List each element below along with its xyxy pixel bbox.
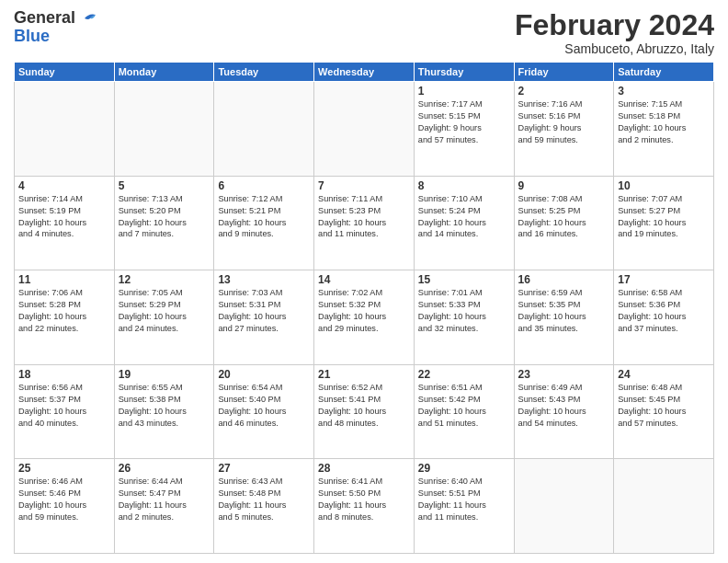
day-number: 23 xyxy=(518,368,610,381)
calendar-header-thursday: Thursday xyxy=(414,63,514,82)
calendar-week-2: 4Sunrise: 7:14 AM Sunset: 5:19 PM Daylig… xyxy=(15,176,714,270)
day-number: 8 xyxy=(418,179,510,192)
calendar-week-4: 18Sunrise: 6:56 AM Sunset: 5:37 PM Dayli… xyxy=(15,364,714,459)
calendar-cell: 9Sunrise: 7:08 AM Sunset: 5:25 PM Daylig… xyxy=(514,176,614,270)
calendar-cell: 4Sunrise: 7:14 AM Sunset: 5:19 PM Daylig… xyxy=(15,176,115,270)
calendar-cell: 8Sunrise: 7:10 AM Sunset: 5:24 PM Daylig… xyxy=(414,176,514,270)
calendar-cell: 25Sunrise: 6:46 AM Sunset: 5:46 PM Dayli… xyxy=(15,459,115,554)
day-number: 6 xyxy=(218,179,310,192)
day-info: Sunrise: 7:14 AM Sunset: 5:19 PM Dayligh… xyxy=(18,193,110,241)
day-info: Sunrise: 6:58 AM Sunset: 5:36 PM Dayligh… xyxy=(618,287,710,335)
logo-bird-icon xyxy=(75,11,96,26)
calendar-cell xyxy=(214,82,314,177)
calendar-cell: 2Sunrise: 7:16 AM Sunset: 5:16 PM Daylig… xyxy=(514,82,614,177)
day-info: Sunrise: 6:56 AM Sunset: 5:37 PM Dayligh… xyxy=(18,382,110,430)
day-info: Sunrise: 7:01 AM Sunset: 5:33 PM Dayligh… xyxy=(418,287,510,335)
day-info: Sunrise: 7:17 AM Sunset: 5:15 PM Dayligh… xyxy=(418,98,510,146)
day-info: Sunrise: 6:44 AM Sunset: 5:47 PM Dayligh… xyxy=(119,476,210,523)
calendar-cell: 16Sunrise: 6:59 AM Sunset: 5:35 PM Dayli… xyxy=(514,270,614,365)
calendar-cell: 20Sunrise: 6:54 AM Sunset: 5:40 PM Dayli… xyxy=(214,364,314,459)
calendar-cell: 22Sunrise: 6:51 AM Sunset: 5:42 PM Dayli… xyxy=(414,364,514,459)
page: General Blue February 2024 Sambuceto, Ab… xyxy=(0,0,728,563)
logo: General Blue xyxy=(14,9,96,46)
day-number: 20 xyxy=(218,368,310,381)
calendar-cell xyxy=(514,459,614,554)
day-info: Sunrise: 6:52 AM Sunset: 5:41 PM Dayligh… xyxy=(318,382,410,430)
calendar-header-wednesday: Wednesday xyxy=(314,63,415,82)
calendar-cell: 17Sunrise: 6:58 AM Sunset: 5:36 PM Dayli… xyxy=(614,270,714,365)
calendar-cell: 12Sunrise: 7:05 AM Sunset: 5:29 PM Dayli… xyxy=(114,270,214,365)
month-title: February 2024 xyxy=(515,9,714,41)
day-info: Sunrise: 6:41 AM Sunset: 5:50 PM Dayligh… xyxy=(318,476,410,523)
calendar-header-saturday: Saturday xyxy=(614,63,714,82)
calendar-cell: 14Sunrise: 7:02 AM Sunset: 5:32 PM Dayli… xyxy=(314,270,415,365)
title-area: February 2024 Sambuceto, Abruzzo, Italy xyxy=(515,9,714,56)
day-info: Sunrise: 6:48 AM Sunset: 5:45 PM Dayligh… xyxy=(618,382,710,430)
day-info: Sunrise: 7:06 AM Sunset: 5:28 PM Dayligh… xyxy=(18,287,110,335)
day-number: 18 xyxy=(18,368,110,381)
day-info: Sunrise: 7:10 AM Sunset: 5:24 PM Dayligh… xyxy=(418,193,510,241)
calendar-header-sunday: Sunday xyxy=(15,63,115,82)
day-number: 2 xyxy=(518,85,610,98)
day-info: Sunrise: 7:03 AM Sunset: 5:31 PM Dayligh… xyxy=(218,287,310,335)
day-number: 26 xyxy=(119,462,210,475)
calendar-cell: 18Sunrise: 6:56 AM Sunset: 5:37 PM Dayli… xyxy=(15,364,115,459)
calendar-cell: 1Sunrise: 7:17 AM Sunset: 5:15 PM Daylig… xyxy=(414,82,514,177)
day-info: Sunrise: 7:07 AM Sunset: 5:27 PM Dayligh… xyxy=(618,193,710,241)
calendar-cell: 19Sunrise: 6:55 AM Sunset: 5:38 PM Dayli… xyxy=(114,364,214,459)
day-number: 19 xyxy=(119,368,210,381)
day-number: 3 xyxy=(618,85,710,98)
day-number: 11 xyxy=(18,273,110,286)
calendar-cell: 10Sunrise: 7:07 AM Sunset: 5:27 PM Dayli… xyxy=(614,176,714,270)
calendar-header-monday: Monday xyxy=(114,63,214,82)
day-number: 12 xyxy=(119,273,210,286)
day-number: 28 xyxy=(318,462,410,475)
calendar-header-row: SundayMondayTuesdayWednesdayThursdayFrid… xyxy=(15,63,714,82)
day-number: 24 xyxy=(618,368,710,381)
calendar-cell: 24Sunrise: 6:48 AM Sunset: 5:45 PM Dayli… xyxy=(614,364,714,459)
calendar-header-tuesday: Tuesday xyxy=(214,63,314,82)
day-number: 17 xyxy=(618,273,710,286)
day-number: 22 xyxy=(418,368,510,381)
calendar-cell xyxy=(15,82,115,177)
calendar-week-1: 1Sunrise: 7:17 AM Sunset: 5:15 PM Daylig… xyxy=(15,82,714,177)
calendar-cell: 27Sunrise: 6:43 AM Sunset: 5:48 PM Dayli… xyxy=(214,459,314,554)
day-number: 5 xyxy=(119,179,210,192)
calendar-cell: 3Sunrise: 7:15 AM Sunset: 5:18 PM Daylig… xyxy=(614,82,714,177)
calendar-cell: 29Sunrise: 6:40 AM Sunset: 5:51 PM Dayli… xyxy=(414,459,514,554)
calendar-week-3: 11Sunrise: 7:06 AM Sunset: 5:28 PM Dayli… xyxy=(15,270,714,365)
day-number: 16 xyxy=(518,273,610,286)
day-info: Sunrise: 6:55 AM Sunset: 5:38 PM Dayligh… xyxy=(119,382,210,430)
calendar-cell xyxy=(114,82,214,177)
day-number: 7 xyxy=(318,179,410,192)
day-info: Sunrise: 7:02 AM Sunset: 5:32 PM Dayligh… xyxy=(318,287,410,335)
calendar-cell: 26Sunrise: 6:44 AM Sunset: 5:47 PM Dayli… xyxy=(114,459,214,554)
day-info: Sunrise: 7:15 AM Sunset: 5:18 PM Dayligh… xyxy=(618,98,710,146)
calendar-cell: 7Sunrise: 7:11 AM Sunset: 5:23 PM Daylig… xyxy=(314,176,415,270)
day-info: Sunrise: 7:05 AM Sunset: 5:29 PM Dayligh… xyxy=(119,287,210,335)
calendar-week-5: 25Sunrise: 6:46 AM Sunset: 5:46 PM Dayli… xyxy=(15,459,714,554)
calendar-cell: 21Sunrise: 6:52 AM Sunset: 5:41 PM Dayli… xyxy=(314,364,415,459)
day-number: 13 xyxy=(218,273,310,286)
day-number: 15 xyxy=(418,273,510,286)
calendar-table: SundayMondayTuesdayWednesdayThursdayFrid… xyxy=(14,62,714,554)
day-info: Sunrise: 6:49 AM Sunset: 5:43 PM Dayligh… xyxy=(518,382,610,430)
calendar-cell: 5Sunrise: 7:13 AM Sunset: 5:20 PM Daylig… xyxy=(114,176,214,270)
day-number: 4 xyxy=(18,179,110,192)
day-number: 9 xyxy=(518,179,610,192)
day-info: Sunrise: 6:43 AM Sunset: 5:48 PM Dayligh… xyxy=(218,476,310,523)
day-number: 14 xyxy=(318,273,410,286)
day-number: 25 xyxy=(18,462,110,475)
day-number: 27 xyxy=(218,462,310,475)
day-info: Sunrise: 7:12 AM Sunset: 5:21 PM Dayligh… xyxy=(218,193,310,241)
logo-general: General xyxy=(14,9,75,28)
day-info: Sunrise: 6:51 AM Sunset: 5:42 PM Dayligh… xyxy=(418,382,510,430)
calendar-cell xyxy=(314,82,415,177)
location: Sambuceto, Abruzzo, Italy xyxy=(515,41,714,56)
day-number: 29 xyxy=(418,462,510,475)
day-info: Sunrise: 7:13 AM Sunset: 5:20 PM Dayligh… xyxy=(119,193,210,241)
calendar-cell: 15Sunrise: 7:01 AM Sunset: 5:33 PM Dayli… xyxy=(414,270,514,365)
calendar-cell: 28Sunrise: 6:41 AM Sunset: 5:50 PM Dayli… xyxy=(314,459,415,554)
calendar-cell: 13Sunrise: 7:03 AM Sunset: 5:31 PM Dayli… xyxy=(214,270,314,365)
day-info: Sunrise: 7:08 AM Sunset: 5:25 PM Dayligh… xyxy=(518,193,610,241)
